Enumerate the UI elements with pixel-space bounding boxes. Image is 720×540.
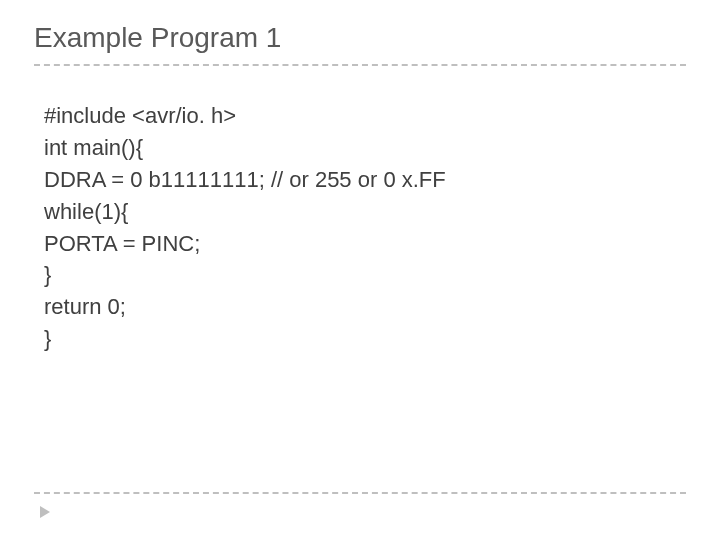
code-line: int main(){ [44,132,686,164]
slide-title: Example Program 1 [34,22,686,54]
bullet-icon [40,506,50,518]
bottom-divider [34,492,686,494]
code-line: DDRA = 0 b11111111; // or 255 or 0 x.FF [44,164,686,196]
code-line: PORTA = PINC; [44,228,686,260]
code-line: } [44,323,686,355]
code-block: #include <avr/io. h> int main(){ DDRA = … [34,100,686,355]
code-line: #include <avr/io. h> [44,100,686,132]
title-divider [34,64,686,66]
code-line: while(1){ [44,196,686,228]
code-line: return 0; [44,291,686,323]
slide: Example Program 1 #include <avr/io. h> i… [0,0,720,540]
code-line: } [44,259,686,291]
